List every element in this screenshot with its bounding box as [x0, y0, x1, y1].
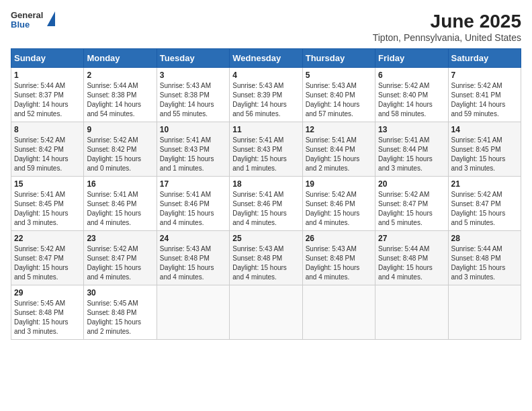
logo: General Blue	[11, 11, 55, 30]
calendar-cell: 12Sunrise: 5:41 AMSunset: 8:44 PMDayligh…	[302, 122, 375, 177]
cell-info: Sunrise: 5:42 AMSunset: 8:42 PMDaylight:…	[14, 136, 69, 172]
cell-date: 14	[451, 125, 518, 134]
calendar-cell: 23Sunrise: 5:42 AMSunset: 8:47 PMDayligh…	[84, 231, 157, 285]
cell-date: 9	[87, 125, 153, 134]
calendar-cell: 14Sunrise: 5:41 AMSunset: 8:45 PMDayligh…	[448, 122, 521, 177]
calendar-cell	[375, 285, 448, 340]
logo-triangle-icon	[47, 11, 55, 26]
page-title: June 2025	[373, 11, 521, 32]
calendar-cell: 3Sunrise: 5:43 AMSunset: 8:38 PMDaylight…	[157, 68, 229, 122]
calendar-cell: 17Sunrise: 5:41 AMSunset: 8:46 PMDayligh…	[157, 177, 229, 231]
logo-blue: Blue	[11, 20, 43, 30]
cell-date: 2	[87, 71, 153, 80]
calendar-cell: 6Sunrise: 5:42 AMSunset: 8:40 PMDaylight…	[375, 68, 448, 122]
cell-date: 10	[160, 125, 226, 134]
cell-date: 29	[14, 288, 81, 298]
cell-date: 6	[378, 71, 445, 80]
cell-date: 25	[232, 234, 299, 243]
calendar-cell: 7Sunrise: 5:42 AMSunset: 8:41 PMDaylight…	[448, 68, 521, 122]
cell-info: Sunrise: 5:41 AMSunset: 8:44 PMDaylight:…	[306, 136, 360, 172]
calendar-cell: 24Sunrise: 5:43 AMSunset: 8:48 PMDayligh…	[157, 231, 229, 285]
cell-info: Sunrise: 5:44 AMSunset: 8:48 PMDaylight:…	[451, 245, 506, 281]
cell-info: Sunrise: 5:44 AMSunset: 8:38 PMDaylight:…	[87, 82, 141, 118]
cell-date: 16	[87, 179, 153, 189]
day-header-friday: Friday	[375, 49, 448, 68]
day-header-wednesday: Wednesday	[230, 49, 302, 68]
calendar-cell: 28Sunrise: 5:44 AMSunset: 8:48 PMDayligh…	[448, 231, 521, 285]
calendar-week-2: 8Sunrise: 5:42 AMSunset: 8:42 PMDaylight…	[11, 122, 521, 177]
day-header-saturday: Saturday	[448, 49, 521, 68]
cell-date: 21	[451, 179, 518, 189]
cell-date: 19	[306, 179, 372, 189]
cell-date: 17	[160, 179, 226, 189]
cell-date: 24	[160, 234, 226, 243]
calendar-cell: 9Sunrise: 5:42 AMSunset: 8:42 PMDaylight…	[84, 122, 157, 177]
cell-date: 12	[306, 125, 372, 134]
calendar-cell: 19Sunrise: 5:42 AMSunset: 8:46 PMDayligh…	[302, 177, 375, 231]
cell-info: Sunrise: 5:43 AMSunset: 8:39 PMDaylight:…	[232, 82, 287, 118]
cell-date: 7	[451, 71, 518, 80]
cell-info: Sunrise: 5:41 AMSunset: 8:43 PMDaylight:…	[160, 136, 214, 172]
cell-info: Sunrise: 5:43 AMSunset: 8:38 PMDaylight:…	[160, 82, 214, 118]
cell-date: 5	[306, 71, 372, 80]
calendar-cell: 4Sunrise: 5:43 AMSunset: 8:39 PMDaylight…	[230, 68, 302, 122]
cell-info: Sunrise: 5:41 AMSunset: 8:45 PMDaylight:…	[451, 136, 506, 172]
cell-info: Sunrise: 5:42 AMSunset: 8:47 PMDaylight:…	[451, 191, 506, 226]
day-header-thursday: Thursday	[302, 49, 375, 68]
calendar-cell: 5Sunrise: 5:43 AMSunset: 8:40 PMDaylight…	[302, 68, 375, 122]
day-header-tuesday: Tuesday	[157, 49, 229, 68]
cell-info: Sunrise: 5:43 AMSunset: 8:48 PMDaylight:…	[160, 245, 214, 281]
logo-general: General	[11, 11, 43, 20]
cell-date: 22	[14, 234, 81, 243]
cell-date: 13	[378, 125, 445, 134]
cell-info: Sunrise: 5:45 AMSunset: 8:48 PMDaylight:…	[14, 300, 69, 335]
day-header-sunday: Sunday	[11, 49, 84, 68]
cell-info: Sunrise: 5:43 AMSunset: 8:48 PMDaylight:…	[232, 245, 287, 281]
calendar-cell	[302, 285, 375, 340]
calendar-cell: 16Sunrise: 5:41 AMSunset: 8:46 PMDayligh…	[84, 177, 157, 231]
cell-date: 23	[87, 234, 153, 243]
calendar-cell: 30Sunrise: 5:45 AMSunset: 8:48 PMDayligh…	[84, 285, 157, 340]
cell-info: Sunrise: 5:41 AMSunset: 8:46 PMDaylight:…	[232, 191, 287, 226]
calendar-cell	[157, 285, 229, 340]
cell-info: Sunrise: 5:41 AMSunset: 8:45 PMDaylight:…	[14, 191, 69, 226]
cell-info: Sunrise: 5:41 AMSunset: 8:43 PMDaylight:…	[232, 136, 287, 172]
logo-text: General Blue	[11, 11, 43, 30]
calendar-cell: 22Sunrise: 5:42 AMSunset: 8:47 PMDayligh…	[11, 231, 84, 285]
calendar-cell	[230, 285, 302, 340]
calendar-cell: 13Sunrise: 5:41 AMSunset: 8:44 PMDayligh…	[375, 122, 448, 177]
calendar-body: 1Sunrise: 5:44 AMSunset: 8:37 PMDaylight…	[11, 68, 521, 340]
calendar-cell: 10Sunrise: 5:41 AMSunset: 8:43 PMDayligh…	[157, 122, 229, 177]
cell-date: 1	[14, 71, 81, 80]
cell-info: Sunrise: 5:42 AMSunset: 8:47 PMDaylight:…	[378, 191, 433, 226]
days-header-row: SundayMondayTuesdayWednesdayThursdayFrid…	[11, 49, 521, 68]
calendar-cell: 18Sunrise: 5:41 AMSunset: 8:46 PMDayligh…	[230, 177, 302, 231]
cell-date: 30	[87, 288, 153, 298]
calendar-cell: 1Sunrise: 5:44 AMSunset: 8:37 PMDaylight…	[11, 68, 84, 122]
calendar-week-5: 29Sunrise: 5:45 AMSunset: 8:48 PMDayligh…	[11, 285, 521, 340]
calendar-cell: 15Sunrise: 5:41 AMSunset: 8:45 PMDayligh…	[11, 177, 84, 231]
cell-info: Sunrise: 5:41 AMSunset: 8:44 PMDaylight:…	[378, 136, 433, 172]
cell-date: 18	[232, 179, 299, 189]
cell-info: Sunrise: 5:42 AMSunset: 8:40 PMDaylight:…	[378, 82, 433, 118]
calendar-week-1: 1Sunrise: 5:44 AMSunset: 8:37 PMDaylight…	[11, 68, 521, 122]
cell-info: Sunrise: 5:42 AMSunset: 8:47 PMDaylight:…	[14, 245, 69, 281]
cell-info: Sunrise: 5:44 AMSunset: 8:48 PMDaylight:…	[378, 245, 433, 281]
cell-info: Sunrise: 5:43 AMSunset: 8:40 PMDaylight:…	[306, 82, 360, 118]
cell-info: Sunrise: 5:41 AMSunset: 8:46 PMDaylight:…	[160, 191, 214, 226]
cell-info: Sunrise: 5:42 AMSunset: 8:47 PMDaylight:…	[87, 245, 141, 281]
calendar-cell: 29Sunrise: 5:45 AMSunset: 8:48 PMDayligh…	[11, 285, 84, 340]
calendar-cell: 11Sunrise: 5:41 AMSunset: 8:43 PMDayligh…	[230, 122, 302, 177]
cell-info: Sunrise: 5:42 AMSunset: 8:46 PMDaylight:…	[306, 191, 360, 226]
calendar-week-3: 15Sunrise: 5:41 AMSunset: 8:45 PMDayligh…	[11, 177, 521, 231]
cell-info: Sunrise: 5:42 AMSunset: 8:41 PMDaylight:…	[451, 82, 506, 118]
cell-date: 4	[232, 71, 299, 80]
calendar-cell: 26Sunrise: 5:43 AMSunset: 8:48 PMDayligh…	[302, 231, 375, 285]
cell-info: Sunrise: 5:43 AMSunset: 8:48 PMDaylight:…	[306, 245, 360, 281]
cell-info: Sunrise: 5:41 AMSunset: 8:46 PMDaylight:…	[87, 191, 141, 226]
calendar-cell: 2Sunrise: 5:44 AMSunset: 8:38 PMDaylight…	[84, 68, 157, 122]
header: General Blue June 2025 Tipton, Pennsylva…	[11, 11, 521, 43]
title-area: June 2025 Tipton, Pennsylvania, United S…	[373, 11, 521, 43]
cell-info: Sunrise: 5:42 AMSunset: 8:42 PMDaylight:…	[87, 136, 141, 172]
calendar-cell: 21Sunrise: 5:42 AMSunset: 8:47 PMDayligh…	[448, 177, 521, 231]
